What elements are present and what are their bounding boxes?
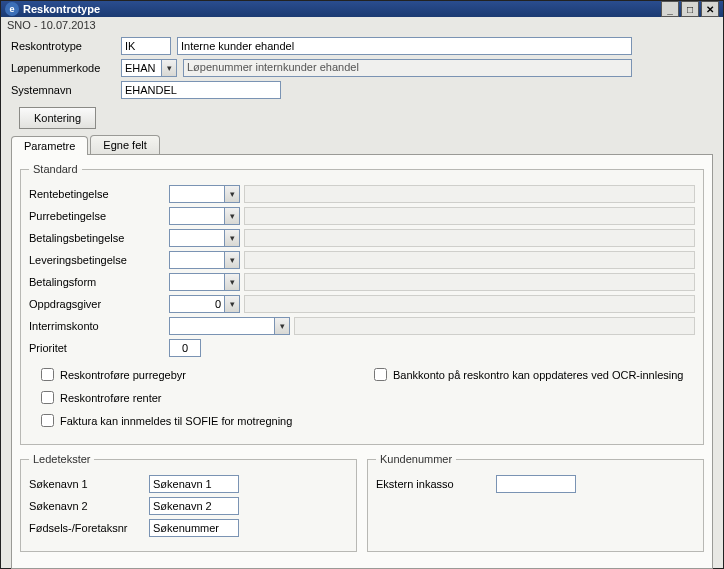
tab-parametre[interactable]: Parametre	[11, 136, 88, 155]
chevron-down-icon[interactable]	[224, 273, 240, 291]
lopenummer-desc: Løpenummer internkunder ehandel	[183, 59, 632, 77]
systemnavn-label: Systemnavn	[11, 84, 121, 96]
rentebetingelse-label: Rentebetingelse	[29, 188, 169, 200]
window-buttons: _ □ ✕	[659, 1, 719, 17]
ekstern-label: Ekstern inkasso	[376, 478, 496, 490]
rentebetingelse-combo[interactable]	[169, 185, 240, 203]
betalingsform-desc	[244, 273, 695, 291]
rentebetingelse-desc	[244, 185, 695, 203]
maximize-button[interactable]: □	[681, 1, 699, 17]
sokenavn2-input[interactable]	[149, 497, 239, 515]
prioritet-label: Prioritet	[29, 342, 169, 354]
header-form: Reskontrotype Løpenummerkode Løpenummer …	[1, 33, 723, 135]
tabstrip: Parametre Egne felt	[11, 135, 713, 154]
leveringsbetingelse-label: Leveringsbetingelse	[29, 254, 169, 266]
chk-bankkonto[interactable]	[374, 368, 387, 381]
ekstern-input[interactable]	[496, 475, 576, 493]
kundenummer-fieldset: Kundenummer Ekstern inkasso	[367, 453, 704, 552]
prioritet-input[interactable]	[169, 339, 201, 357]
oppdragsgiver-combo[interactable]	[169, 295, 240, 313]
reskontrotype-code-input[interactable]	[121, 37, 171, 55]
purrebetingelse-desc	[244, 207, 695, 225]
chk-sofie[interactable]	[41, 414, 54, 427]
fodsels-label: Fødsels-/Foretaksnr	[29, 522, 149, 534]
betalingsbetingelse-label: Betalingsbetingelse	[29, 232, 169, 244]
sokenavn1-input[interactable]	[149, 475, 239, 493]
ledetekster-legend: Ledetekster	[29, 453, 94, 465]
lopenummer-combo[interactable]	[121, 59, 177, 77]
interrimskonto-label: Interrimskonto	[29, 320, 169, 332]
chk-purregebyr-label: Reskontroføre purregebyr	[60, 369, 186, 381]
app-icon: e	[5, 2, 19, 16]
tabs: Parametre Egne felt Standard Rentebeting…	[11, 135, 713, 569]
chk-renter[interactable]	[41, 391, 54, 404]
purrebetingelse-label: Purrebetingelse	[29, 210, 169, 222]
tab-panel-parametre: Standard Rentebetingelse Purrebetingelse…	[11, 154, 713, 569]
chevron-down-icon[interactable]	[224, 295, 240, 313]
sokenavn1-label: Søkenavn 1	[29, 478, 149, 490]
standard-fieldset: Standard Rentebetingelse Purrebetingelse…	[20, 163, 704, 445]
chk-sofie-label: Faktura kan innmeldes til SOFIE for motr…	[60, 415, 292, 427]
close-button[interactable]: ✕	[701, 1, 719, 17]
chevron-down-icon[interactable]	[224, 229, 240, 247]
kontering-button[interactable]: Kontering	[19, 107, 96, 129]
reskontrotype-desc-input[interactable]	[177, 37, 632, 55]
purrebetingelse-combo[interactable]	[169, 207, 240, 225]
oppdragsgiver-desc	[244, 295, 695, 313]
leveringsbetingelse-desc	[244, 251, 695, 269]
titlebar: e Reskontrotype _ □ ✕	[1, 1, 723, 17]
betalingsbetingelse-desc	[244, 229, 695, 247]
betalingsform-combo[interactable]	[169, 273, 240, 291]
chevron-down-icon[interactable]	[224, 207, 240, 225]
minimize-button[interactable]: _	[661, 1, 679, 17]
tab-egne-felt[interactable]: Egne felt	[90, 135, 159, 154]
chevron-down-icon[interactable]	[224, 185, 240, 203]
chevron-down-icon[interactable]	[224, 251, 240, 269]
standard-legend: Standard	[29, 163, 82, 175]
interrimskonto-combo[interactable]	[169, 317, 290, 335]
chk-renter-label: Reskontroføre renter	[60, 392, 161, 404]
ledetekster-fieldset: Ledetekster Søkenavn 1 Søkenavn 2 Fødsel…	[20, 453, 357, 552]
chevron-down-icon[interactable]	[274, 317, 290, 335]
betalingsbetingelse-combo[interactable]	[169, 229, 240, 247]
leveringsbetingelse-combo[interactable]	[169, 251, 240, 269]
sokenavn2-label: Søkenavn 2	[29, 500, 149, 512]
chk-purregebyr[interactable]	[41, 368, 54, 381]
chevron-down-icon[interactable]	[161, 59, 177, 77]
interrimskonto-desc	[294, 317, 695, 335]
status-subbar: SNO - 10.07.2013	[1, 17, 723, 33]
systemnavn-input[interactable]	[121, 81, 281, 99]
oppdragsgiver-label: Oppdragsgiver	[29, 298, 169, 310]
lopenummer-label: Løpenummerkode	[11, 62, 121, 74]
lopenummer-input[interactable]	[121, 59, 161, 77]
window-title: Reskontrotype	[23, 3, 659, 15]
fodsels-input[interactable]	[149, 519, 239, 537]
reskontrotype-label: Reskontrotype	[11, 40, 121, 52]
chk-bankkonto-label: Bankkonto på reskontro kan oppdateres ve…	[393, 369, 683, 381]
betalingsform-label: Betalingsform	[29, 276, 169, 288]
window: e Reskontrotype _ □ ✕ SNO - 10.07.2013 R…	[0, 0, 724, 569]
kundenummer-legend: Kundenummer	[376, 453, 456, 465]
